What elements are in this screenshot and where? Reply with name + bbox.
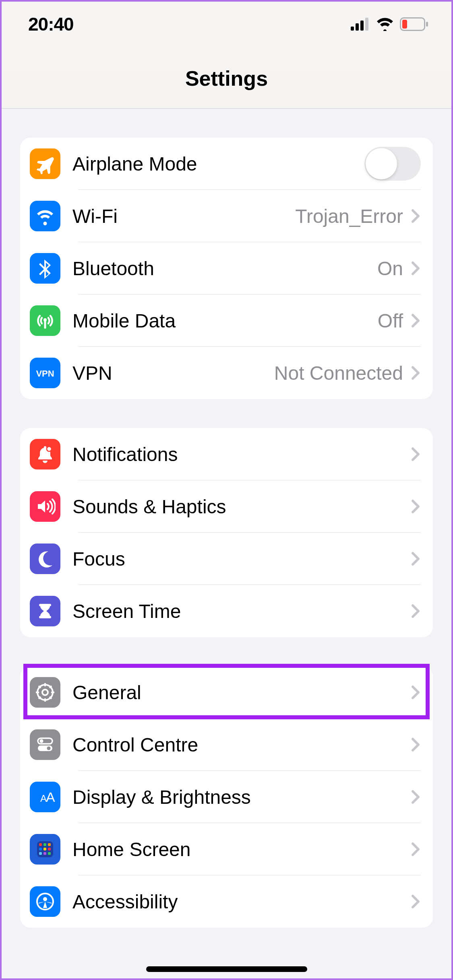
- bell-icon: [30, 439, 60, 469]
- row-value: On: [377, 257, 403, 280]
- row-label: Airplane Mode: [72, 153, 364, 175]
- chevron-right-icon: [410, 498, 421, 515]
- battery-low-icon: [400, 17, 429, 31]
- nav-bar: Settings: [0, 48, 453, 109]
- chevron-right-icon: [410, 894, 421, 910]
- page-title: Settings: [185, 66, 268, 91]
- speaker-icon: [30, 491, 60, 522]
- antenna-icon: [30, 305, 60, 336]
- svg-rect-35: [43, 852, 46, 855]
- settings-row-airplane[interactable]: Airplane Mode: [20, 138, 433, 190]
- svg-rect-6: [426, 22, 428, 27]
- row-label: Notifications: [72, 443, 410, 465]
- toggle-airplane[interactable]: [364, 147, 421, 181]
- row-label: VPN: [72, 362, 274, 384]
- grid-icon: [30, 834, 60, 865]
- row-label: Focus: [72, 548, 410, 570]
- row-label: General: [72, 681, 410, 704]
- svg-rect-31: [39, 848, 42, 850]
- row-label: Display & Brightness: [72, 786, 410, 808]
- svg-point-8: [43, 318, 47, 321]
- toggles-icon: [30, 729, 60, 760]
- chevron-right-icon: [410, 684, 421, 700]
- chevron-right-icon: [410, 446, 421, 462]
- svg-rect-30: [48, 843, 51, 846]
- svg-rect-36: [48, 852, 51, 855]
- svg-rect-3: [365, 18, 368, 31]
- chevron-right-icon: [410, 313, 421, 329]
- row-value: Not Connected: [274, 362, 403, 384]
- row-value: Trojan_Error: [295, 205, 403, 227]
- settings-row-vpn[interactable]: VPNVPNNot Connected: [20, 347, 433, 399]
- moon-icon: [30, 544, 60, 574]
- chevron-right-icon: [410, 841, 421, 857]
- settings-row-display[interactable]: AADisplay & Brightness: [20, 771, 433, 823]
- svg-rect-0: [351, 27, 354, 31]
- vpn-icon: VPN: [30, 358, 60, 388]
- airplane-icon: [30, 148, 60, 179]
- row-label: Mobile Data: [72, 310, 378, 332]
- svg-rect-34: [39, 852, 42, 855]
- settings-row-wifi[interactable]: Wi-FiTrojan_Error: [20, 190, 433, 242]
- chevron-right-icon: [410, 365, 421, 381]
- svg-rect-2: [360, 21, 364, 31]
- settings-group: Airplane ModeWi-FiTrojan_ErrorBluetoothO…: [20, 138, 433, 399]
- gear-icon: [30, 677, 60, 708]
- row-value: Off: [378, 310, 403, 332]
- svg-rect-1: [356, 23, 359, 31]
- svg-point-22: [40, 739, 43, 743]
- wifi-icon: [30, 201, 60, 231]
- settings-row-focus[interactable]: Focus: [20, 533, 433, 585]
- svg-rect-5: [402, 20, 407, 29]
- settings-row-mobiledata[interactable]: Mobile DataOff: [20, 294, 433, 347]
- settings-row-notifications[interactable]: Notifications: [20, 428, 433, 480]
- wifi-status-icon: [376, 17, 394, 31]
- row-label: Screen Time: [72, 600, 410, 622]
- row-label: Wi-Fi: [72, 205, 295, 227]
- status-time: 20:40: [28, 13, 74, 35]
- svg-rect-29: [43, 843, 46, 846]
- status-icons: [351, 17, 429, 31]
- row-label: Sounds & Haptics: [72, 496, 410, 518]
- row-label: Home Screen: [72, 838, 410, 861]
- svg-point-10: [47, 447, 52, 451]
- chevron-right-icon: [410, 260, 421, 276]
- svg-rect-28: [39, 843, 42, 846]
- hourglass-icon: [30, 596, 60, 626]
- row-label: Accessibility: [72, 891, 410, 913]
- svg-point-24: [47, 747, 51, 750]
- svg-rect-32: [43, 848, 46, 850]
- svg-point-12: [42, 690, 48, 695]
- row-label: Control Centre: [72, 734, 410, 756]
- cellular-signal-icon: [351, 18, 370, 31]
- svg-text:VPN: VPN: [36, 369, 54, 379]
- person-circle-icon: [30, 886, 60, 917]
- svg-point-38: [43, 897, 47, 901]
- settings-row-general[interactable]: General: [20, 666, 433, 719]
- chevron-right-icon: [410, 208, 421, 224]
- settings-row-screentime[interactable]: Screen Time: [20, 585, 433, 637]
- bluetooth-icon: [30, 253, 60, 284]
- home-indicator[interactable]: [146, 966, 307, 972]
- settings-group: GeneralControl CentreAADisplay & Brightn…: [20, 666, 433, 928]
- textsize-icon: AA: [30, 782, 60, 812]
- chevron-right-icon: [410, 551, 421, 567]
- settings-row-sounds[interactable]: Sounds & Haptics: [20, 480, 433, 533]
- settings-list[interactable]: Airplane ModeWi-FiTrojan_ErrorBluetoothO…: [0, 138, 453, 928]
- chevron-right-icon: [410, 789, 421, 805]
- svg-rect-33: [48, 848, 51, 850]
- settings-row-controlcentre[interactable]: Control Centre: [20, 719, 433, 771]
- settings-row-homescreen[interactable]: Home Screen: [20, 823, 433, 875]
- svg-text:A: A: [46, 789, 55, 805]
- settings-row-bluetooth[interactable]: BluetoothOn: [20, 242, 433, 294]
- status-bar: 20:40: [0, 0, 453, 48]
- chevron-right-icon: [410, 603, 421, 619]
- settings-row-accessibility[interactable]: Accessibility: [20, 875, 433, 928]
- settings-group: NotificationsSounds & HapticsFocusScreen…: [20, 428, 433, 637]
- row-label: Bluetooth: [72, 257, 377, 280]
- chevron-right-icon: [410, 737, 421, 753]
